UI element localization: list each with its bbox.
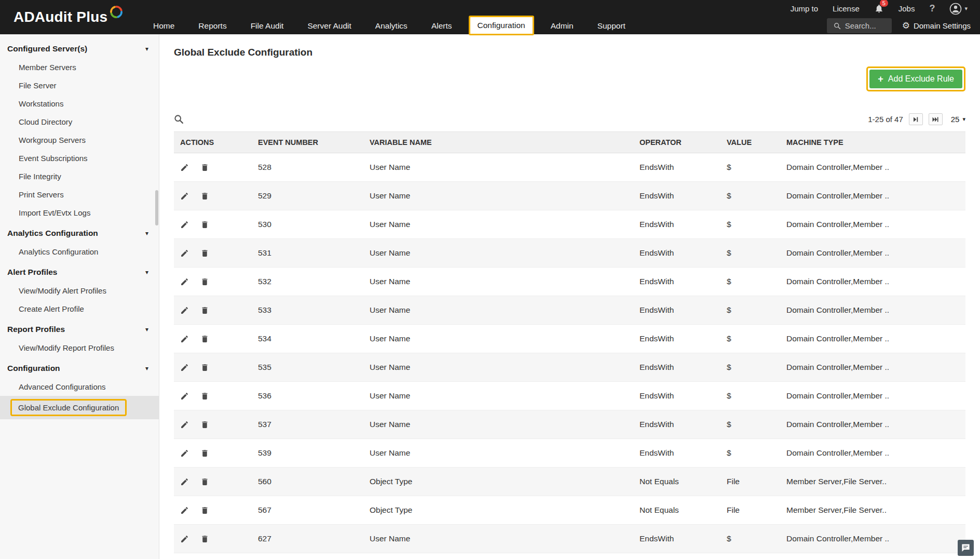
column-header-event-number: EVENT NUMBER [252, 132, 363, 153]
sidebar-item-view-modify-alert-profiles[interactable]: View/Modify Alert Profiles [0, 282, 159, 300]
delete-icon[interactable] [200, 249, 209, 258]
delete-icon[interactable] [200, 449, 209, 458]
domain-settings-button[interactable]: ⚙ Domain Settings [902, 20, 971, 31]
feedback-chat-button[interactable] [958, 540, 974, 556]
pagination-range: 1-25 of 47 [868, 115, 903, 124]
edit-icon[interactable] [180, 449, 189, 458]
edit-icon[interactable] [180, 249, 189, 258]
sidebar-section-report-profiles[interactable]: Report Profiles▾ [0, 318, 159, 339]
table-row: 532User NameEndsWith$Domain Controller,M… [174, 268, 965, 296]
nav-item-file-audit[interactable]: File Audit [239, 17, 296, 34]
cell-machine-type: Domain Controller,Member .. [780, 525, 965, 553]
edit-icon[interactable] [180, 420, 189, 429]
nav-item-configuration[interactable]: Configuration [469, 16, 534, 35]
edit-icon[interactable] [180, 363, 189, 372]
sidebar-section-alert-profiles[interactable]: Alert Profiles▾ [0, 261, 159, 282]
search-placeholder: Search... [845, 21, 876, 30]
last-page-button[interactable] [929, 113, 943, 125]
cell-operator: EndsWith [633, 353, 720, 382]
cell-event-number: 627 [252, 525, 363, 553]
header-nav-row: HomeReportsFile AuditServer AuditAnalyti… [0, 17, 980, 34]
delete-icon[interactable] [200, 306, 209, 315]
jobs-link[interactable]: Jobs [899, 4, 915, 13]
edit-icon[interactable] [180, 392, 189, 401]
delete-icon[interactable] [200, 163, 209, 172]
delete-icon[interactable] [200, 420, 209, 429]
edit-icon[interactable] [180, 220, 189, 229]
sidebar-item-event-subscriptions[interactable]: Event Subscriptions [0, 149, 159, 167]
delete-icon[interactable] [200, 506, 209, 515]
last-page-icon [932, 116, 938, 123]
nav-item-alerts[interactable]: Alerts [419, 17, 464, 34]
sidebar-section-configured-server-s[interactable]: Configured Server(s)▾ [0, 37, 159, 58]
nav-item-home[interactable]: Home [141, 17, 186, 34]
add-exclude-rule-button[interactable]: + Add Exclude Rule [869, 70, 962, 88]
edit-icon[interactable] [180, 535, 189, 543]
cell-machine-type: Domain Controller,Member .. [780, 268, 965, 296]
table-row: 528User NameEndsWith$Domain Controller,M… [174, 153, 965, 182]
sidebar-item-global-exclude-configuration[interactable]: Global Exclude Configuration [0, 396, 159, 419]
search-box[interactable]: Search... [827, 18, 892, 33]
cell-operator: EndsWith [633, 525, 720, 553]
page-size-select[interactable]: 25 ▾ [951, 115, 965, 124]
delete-icon[interactable] [200, 277, 209, 286]
cell-machine-type: Member Server,File Server.. [780, 468, 965, 496]
delete-icon[interactable] [200, 363, 209, 372]
cell-machine-type [780, 553, 965, 559]
edit-icon[interactable] [180, 506, 189, 515]
sidebar-item-import-evt-evtx-logs[interactable]: Import Evt/Evtx Logs [0, 204, 159, 222]
sidebar-item-view-modify-report-profiles[interactable]: View/Modify Report Profiles [0, 339, 159, 357]
cell-operator: EndsWith [633, 239, 720, 268]
row-actions [180, 392, 246, 401]
nav-item-server-audit[interactable]: Server Audit [295, 17, 363, 34]
cell-value: $ [720, 325, 780, 353]
delete-icon[interactable] [200, 220, 209, 229]
cell-variable-name: Object Type [363, 496, 633, 525]
edit-icon[interactable] [180, 277, 189, 286]
table-search-button[interactable] [174, 114, 184, 124]
license-link[interactable]: License [833, 4, 860, 13]
nav-item-support[interactable]: Support [586, 17, 637, 34]
nav-item-admin[interactable]: Admin [539, 17, 586, 34]
chevron-down-icon: ▾ [964, 5, 968, 12]
nav-item-reports[interactable]: Reports [186, 17, 238, 34]
sidebar-item-member-servers[interactable]: Member Servers [0, 58, 159, 76]
action-button-row: + Add Exclude Rule [174, 66, 965, 91]
table-row: 567Object TypeNot EqualsFileMember Serve… [174, 496, 965, 525]
nav-item-analytics[interactable]: Analytics [363, 17, 419, 34]
cell-operator: Not Equals [633, 496, 720, 525]
sidebar-scrollbar-thumb[interactable] [155, 190, 158, 225]
jump-to-link[interactable]: Jump to [791, 4, 818, 13]
table-row [174, 553, 965, 559]
sidebar-item-analytics-configuration[interactable]: Analytics Configuration [0, 243, 159, 261]
sidebar-item-print-servers[interactable]: Print Servers [0, 185, 159, 204]
edit-icon[interactable] [180, 163, 189, 172]
sidebar-item-create-alert-profile[interactable]: Create Alert Profile [0, 300, 159, 318]
sidebar-section-analytics-configuration[interactable]: Analytics Configuration▾ [0, 222, 159, 243]
edit-icon[interactable] [180, 477, 189, 486]
cell-variable-name: Object Type [363, 468, 633, 496]
delete-icon[interactable] [200, 477, 209, 486]
notification-badge: 5 [880, 0, 888, 7]
sidebar-section-configuration[interactable]: Configuration▾ [0, 357, 159, 378]
sidebar-item-file-server[interactable]: File Server [0, 76, 159, 95]
sidebar-item-workstations[interactable]: Workstations [0, 95, 159, 113]
delete-icon[interactable] [200, 392, 209, 401]
edit-icon[interactable] [180, 192, 189, 201]
edit-icon[interactable] [180, 306, 189, 315]
help-button[interactable]: ? [929, 3, 935, 14]
sidebar-item-file-integrity[interactable]: File Integrity [0, 167, 159, 185]
delete-icon[interactable] [200, 335, 209, 343]
sidebar-item-workgroup-servers[interactable]: Workgroup Servers [0, 131, 159, 149]
user-menu-button[interactable]: ▾ [949, 3, 968, 15]
sidebar-item-label: Workstations [19, 99, 63, 108]
delete-icon[interactable] [200, 535, 209, 543]
sidebar-item-cloud-directory[interactable]: Cloud Directory [0, 113, 159, 131]
next-page-button[interactable] [909, 113, 923, 125]
cell-operator: EndsWith [633, 210, 720, 239]
delete-icon[interactable] [200, 192, 209, 201]
row-actions [180, 449, 246, 458]
notifications-button[interactable]: 5 [874, 4, 884, 14]
edit-icon[interactable] [180, 335, 189, 343]
sidebar-item-advanced-configurations[interactable]: Advanced Configurations [0, 378, 159, 396]
